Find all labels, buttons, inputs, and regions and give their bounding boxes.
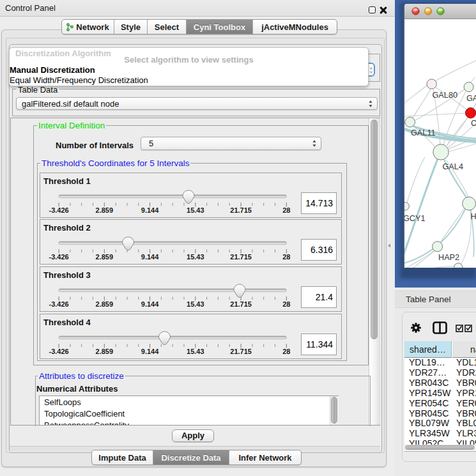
svg-text:28: 28 xyxy=(282,348,290,355)
svg-text:15.43: 15.43 xyxy=(187,253,204,261)
svg-text:-3.426: -3.426 xyxy=(49,348,68,355)
svg-text:28: 28 xyxy=(282,300,290,308)
svg-text:2.859: 2.859 xyxy=(96,253,114,261)
svg-text:2.859: 2.859 xyxy=(96,300,114,308)
svg-text:2.859: 2.859 xyxy=(96,206,114,214)
svg-text:H: H xyxy=(471,212,476,221)
svg-text:GAL11: GAL11 xyxy=(411,128,436,137)
svg-text:21.715: 21.715 xyxy=(230,300,252,308)
svg-text:-3.426: -3.426 xyxy=(49,206,68,214)
svg-text:28: 28 xyxy=(282,253,290,261)
svg-text:C: C xyxy=(471,119,476,128)
svg-text:9.144: 9.144 xyxy=(141,206,159,214)
svg-text:15.43: 15.43 xyxy=(187,348,204,355)
svg-text:GA: GA xyxy=(466,94,476,103)
svg-text:-3.426: -3.426 xyxy=(49,300,68,308)
svg-text:9.144: 9.144 xyxy=(141,253,159,261)
svg-text:9.144: 9.144 xyxy=(141,300,159,308)
svg-text:15.43: 15.43 xyxy=(187,300,204,308)
svg-text:21.715: 21.715 xyxy=(230,348,252,355)
svg-text:21.715: 21.715 xyxy=(230,206,252,214)
svg-text:GCY1: GCY1 xyxy=(404,214,426,223)
svg-text:9.144: 9.144 xyxy=(141,348,159,355)
svg-text:-3.426: -3.426 xyxy=(49,253,68,261)
svg-text:GAL80: GAL80 xyxy=(433,91,458,100)
svg-text:2.859: 2.859 xyxy=(96,348,114,355)
svg-text:28: 28 xyxy=(282,206,290,214)
svg-text:GAL4: GAL4 xyxy=(443,162,463,171)
svg-text:HAP2: HAP2 xyxy=(438,253,459,262)
svg-text:15.43: 15.43 xyxy=(187,206,204,214)
svg-text:21.715: 21.715 xyxy=(230,253,252,261)
